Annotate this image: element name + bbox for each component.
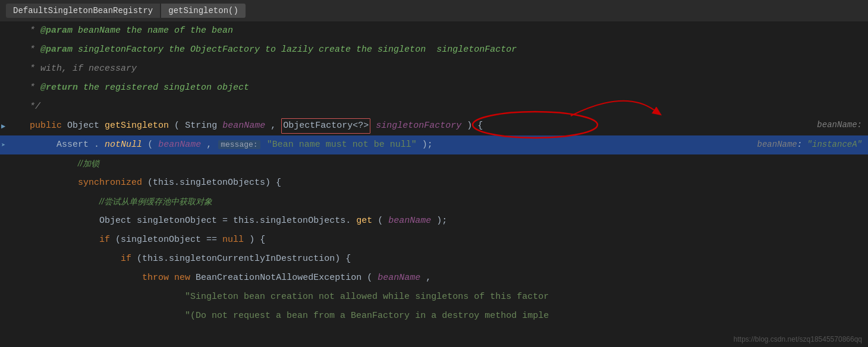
string-value: "Bean name must not be null" [267, 140, 417, 150]
keyword-if: if [99, 235, 110, 245]
breadcrumb-bar: DefaultSingletonBeanRegistry getSingleto… [0, 0, 868, 21]
indent [30, 178, 73, 188]
comment-with: * with, if necessary [30, 64, 137, 74]
brace: ) { [249, 235, 265, 245]
code-assert-line: ➤ Assert . notNull ( beanName , message:… [0, 135, 868, 154]
code-line: if (this.singletonCurrentlyInDestruction… [0, 250, 868, 269]
code-area: * @param beanName the name of the bean *… [0, 21, 868, 326]
line-content: //尝试从单例缓存池中获取对象 [24, 195, 868, 210]
line-content: Object singletonObject = this.singletonO… [24, 214, 868, 228]
if-cond2: (this.singletonCurrentlyInDestruction) { [137, 254, 351, 264]
comment-close: */ [30, 102, 40, 112]
method-name: getSingleton [105, 121, 169, 131]
line-content: //加锁 [24, 157, 868, 172]
param-bn: beanName [388, 216, 431, 226]
string-donot: "(Do not request a bean from a BeanFacto… [185, 311, 549, 321]
code-line: */ [0, 97, 868, 116]
exception-class: BeanCreationNotAllowedException [196, 273, 361, 283]
keyword-sync: synchronized [78, 178, 142, 188]
indent [30, 140, 51, 150]
comment-lock: //加锁 [78, 159, 99, 168]
line-content: */ [24, 100, 868, 114]
parens3: ( [367, 273, 372, 283]
code-line: "Singleton bean creation not allowed whi… [0, 288, 868, 307]
watermark: https://blog.csdn.net/szq18545570866qq [734, 335, 862, 343]
right-annotation-beanname: beanName: [273, 118, 862, 131]
code-line: * @return the registered singleton objec… [0, 78, 868, 97]
assert-class: Assert [56, 140, 89, 150]
arrow-icon: ➤ [1, 141, 5, 150]
paren-open: ( [174, 121, 180, 131]
param-beanname: beanName [222, 121, 265, 131]
indent [30, 292, 180, 302]
line-content: Assert . notNull ( beanName , message: "… [24, 138, 868, 152]
comment-star: * [30, 83, 40, 93]
indent [30, 235, 94, 245]
line-content: synchronized (this.singletonObjects) { [24, 176, 868, 190]
comment-star: * [30, 45, 40, 55]
line-content: if (this.singletonCurrentlyInDestruction… [24, 252, 868, 266]
line-content: * @param singletonFactory the ObjectFact… [24, 43, 868, 57]
indent [30, 273, 137, 283]
code-line: throw new BeanCreationNotAllowedExceptio… [0, 269, 868, 288]
inline-hint-message: message: [218, 140, 260, 149]
indent [30, 254, 115, 264]
code-line: synchronized (this.singletonObjects) { [0, 174, 868, 193]
javadoc-return: @return [40, 83, 78, 93]
code-line: if (singletonObject == null ) { [0, 231, 868, 250]
breakpoint-icon: ▶ [1, 122, 5, 131]
indent [30, 311, 180, 321]
comment-star: * [30, 26, 40, 36]
parens2: ); [436, 216, 447, 226]
indent [30, 159, 73, 169]
code-line: Object singletonObject = this.singletonO… [0, 212, 868, 231]
assert-method: notNull [105, 140, 142, 150]
code-line: * @param beanName the name of the bean [0, 21, 868, 40]
line-content: throw new BeanCreationNotAllowedExceptio… [24, 271, 868, 285]
parens: ( [378, 216, 383, 226]
return-text: the registered singleton object [78, 83, 249, 93]
code-line: //加锁 [0, 154, 868, 174]
type-string: String [185, 121, 217, 131]
line-content: if (singletonObject == null ) { [24, 233, 868, 247]
line-content: * with, if necessary [24, 62, 868, 76]
keyword-new: new [174, 273, 190, 283]
param-beanname2: beanName [158, 140, 201, 150]
if-cond: (singletonObject == [115, 235, 222, 245]
line-content: "(Do not request a bean from a BeanFacto… [24, 309, 868, 323]
line-content: public Object getSingleton ( String bean… [24, 118, 868, 134]
code-signature-line: ▶ public Object getSingleton ( String be… [0, 116, 868, 135]
line-content: * @param beanName the name of the bean [24, 24, 868, 38]
comma3: , [426, 273, 431, 283]
javadoc-param2: @param [40, 45, 73, 55]
keyword-throw: throw [142, 273, 169, 283]
paren-close: ); [422, 140, 433, 150]
paren: ( [147, 140, 153, 150]
keyword-if2: if [121, 254, 131, 264]
keyword-null: null [222, 235, 244, 245]
code-line: * @param singletonFactory the ObjectFact… [0, 40, 868, 59]
line-content: * @return the registered singleton objec… [24, 81, 868, 95]
beanname-value: beanName: "instanceA" [757, 138, 862, 151]
line-content: "Singleton bean creation not allowed whi… [24, 290, 868, 304]
comma2: , [206, 140, 217, 150]
space: (this.singletonObjects) { [147, 178, 281, 188]
javadoc-param: @param [40, 26, 73, 36]
param-text: beanName the name of the bean [73, 26, 233, 36]
indent [30, 197, 94, 207]
string-singleton: "Singleton bean creation not allowed whi… [185, 292, 549, 302]
space: singletonObject = this.singletonObjects. [137, 216, 351, 226]
type-obj: Object [99, 216, 131, 226]
code-line: * with, if necessary [0, 59, 868, 78]
method-get: get [356, 216, 372, 226]
type-object: Object [67, 121, 105, 131]
breadcrumb-method[interactable]: getSingleton() [161, 4, 246, 18]
dot: . [94, 140, 99, 150]
editor: DefaultSingletonBeanRegistry getSingleto… [0, 0, 868, 347]
breadcrumb-class[interactable]: DefaultSingletonBeanRegistry [6, 4, 160, 18]
comment-try-get: //尝试从单例缓存池中获取对象 [99, 197, 212, 206]
param-text2: singletonFactory the ObjectFactory to la… [73, 45, 517, 55]
code-line: "(Do not request a bean from a BeanFacto… [0, 307, 868, 326]
param-bn2: beanName [378, 273, 420, 283]
indent [30, 216, 94, 226]
